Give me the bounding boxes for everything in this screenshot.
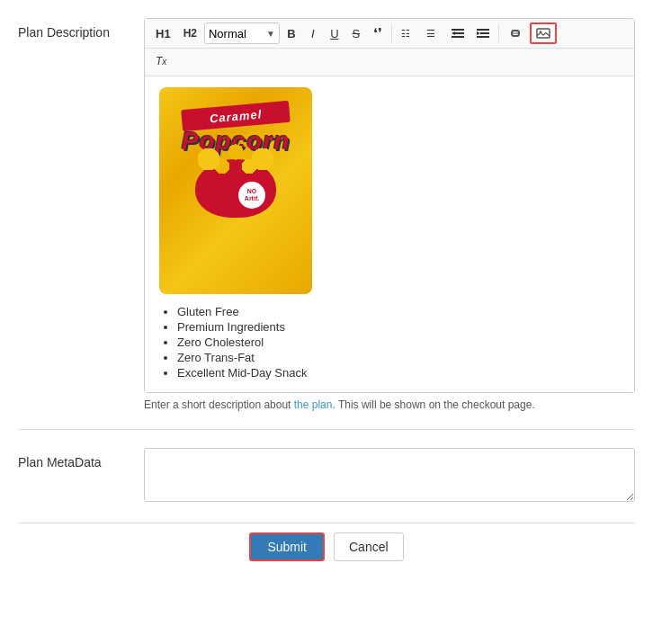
product-bullets: Gluten Free Premium Ingredients Zero Cho… [159, 305, 620, 380]
link-button[interactable] [503, 22, 528, 44]
toolbar-divider-2 [498, 24, 499, 42]
bullet-item: Excellent Mid-Day Snack [177, 366, 620, 380]
cancel-button[interactable]: Cancel [334, 532, 404, 561]
bullet-item: Gluten Free [177, 305, 620, 318]
svg-rect-10 [513, 33, 518, 34]
unordered-list-button[interactable]: ☰ [421, 22, 444, 44]
plan-metadata-field [144, 448, 635, 505]
svg-text:☷: ☷ [401, 28, 410, 39]
link-icon [508, 27, 523, 40]
indent-decrease-button[interactable] [446, 22, 470, 44]
bullet-item: Premium Ingredients [177, 320, 620, 334]
bold-button[interactable]: B [282, 22, 301, 44]
unordered-list-icon: ☰ [426, 27, 439, 40]
clear-format-button[interactable]: Tx [150, 50, 172, 72]
indent-decrease-icon [452, 27, 464, 40]
form-actions: Submit Cancel [18, 523, 635, 561]
submit-button[interactable]: Submit [249, 532, 325, 561]
popcorn-image-container: Caramel Popcorn NOArtif. [159, 87, 620, 294]
ordered-list-button[interactable]: ☷ [396, 22, 419, 44]
h2-button[interactable]: H2 [178, 22, 202, 44]
editor-toolbar-row2: Tx [145, 49, 634, 76]
blockquote-button[interactable]: ❛❜ [368, 22, 388, 44]
svg-rect-7 [480, 32, 489, 34]
italic-button[interactable]: I [303, 22, 323, 44]
popcorn-banner-text: Caramel [209, 107, 262, 125]
svg-rect-11 [537, 29, 550, 38]
popcorn-bowl: NOArtif. [195, 159, 276, 218]
plan-description-row: Plan Description H1 H2 Normal Heading 1 … [18, 18, 635, 411]
bullet-item: Zero Trans-Fat [177, 351, 620, 364]
popcorn-image: Caramel Popcorn NOArtif. [159, 87, 312, 294]
svg-rect-6 [477, 29, 489, 31]
editor-content[interactable]: Caramel Popcorn NOArtif. Gluten Free Pre… [145, 76, 634, 392]
svg-text:☰: ☰ [426, 28, 435, 39]
section-divider [18, 429, 635, 430]
plan-metadata-label: Plan MetaData [18, 448, 144, 470]
h1-button[interactable]: H1 [150, 22, 176, 44]
image-icon [536, 27, 550, 40]
svg-rect-4 [452, 36, 464, 38]
rich-text-editor: H1 H2 Normal Heading 1 Heading 2 Heading… [144, 18, 635, 393]
editor-toolbar: H1 H2 Normal Heading 1 Heading 2 Heading… [145, 19, 634, 49]
svg-marker-5 [452, 31, 455, 35]
plan-description-label: Plan Description [18, 18, 144, 40]
format-select[interactable]: Normal Heading 1 Heading 2 Heading 3 [209, 27, 275, 40]
plan-metadata-row: Plan MetaData [18, 448, 635, 505]
strikethrough-button[interactable]: S [346, 22, 366, 44]
underline-button[interactable]: U [325, 22, 344, 44]
svg-rect-3 [455, 32, 464, 34]
svg-rect-8 [477, 36, 489, 38]
popcorn-kernels [191, 141, 281, 177]
svg-marker-9 [477, 31, 480, 35]
hint-link: the plan [294, 398, 333, 411]
indent-increase-icon [477, 27, 489, 40]
image-button[interactable] [530, 22, 557, 44]
svg-rect-2 [452, 29, 464, 31]
bullet-item: Zero Cholesterol [177, 335, 620, 349]
plan-description-field: H1 H2 Normal Heading 1 Heading 2 Heading… [144, 18, 635, 411]
ordered-list-icon: ☷ [401, 27, 414, 40]
no-badge: NOArtif. [237, 180, 267, 210]
format-select-wrap[interactable]: Normal Heading 1 Heading 2 Heading 3 ▼ [204, 22, 280, 44]
field-hint: Enter a short description about the plan… [144, 398, 635, 411]
toolbar-divider-1 [391, 24, 392, 42]
metadata-textarea[interactable] [144, 448, 635, 502]
indent-increase-button[interactable] [471, 22, 495, 44]
